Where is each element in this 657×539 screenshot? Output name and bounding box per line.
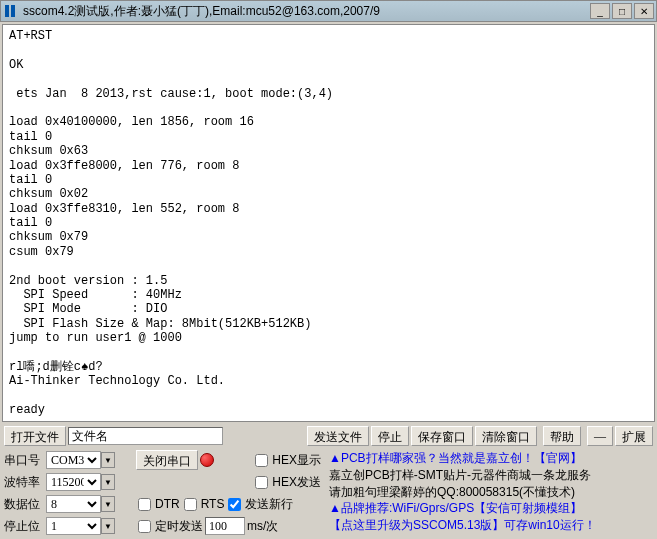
- dash-button[interactable]: —: [587, 426, 613, 446]
- port-status-indicator: [200, 453, 214, 467]
- interval-unit-label: ms/次: [247, 518, 278, 535]
- stop-button[interactable]: 停止: [371, 426, 409, 446]
- info-panel: ▲PCB打样哪家强？当然就是嘉立创！【官网】 嘉立创PCB打样-SMT贴片-元器…: [325, 450, 653, 539]
- databits-label: 数据位: [4, 496, 46, 513]
- open-file-button[interactable]: 打开文件: [4, 426, 66, 446]
- hex-show-label: HEX显示: [272, 452, 321, 469]
- send-newline-checkbox[interactable]: [228, 498, 241, 511]
- rts-checkbox[interactable]: [184, 498, 197, 511]
- expand-button[interactable]: 扩展: [615, 426, 653, 446]
- stopbits-dropdown-icon[interactable]: ▼: [101, 518, 115, 534]
- svg-rect-1: [11, 5, 15, 17]
- help-button[interactable]: 帮助: [543, 426, 581, 446]
- filename-input[interactable]: [68, 427, 223, 445]
- minimize-button[interactable]: _: [590, 3, 610, 19]
- stopbits-label: 停止位: [4, 518, 46, 535]
- interval-input[interactable]: [205, 517, 245, 535]
- port-dropdown-icon[interactable]: ▼: [101, 452, 115, 468]
- databits-dropdown-icon[interactable]: ▼: [101, 496, 115, 512]
- hex-send-checkbox[interactable]: [255, 476, 268, 489]
- mid-config: 关闭串口 HEX显示 HEX发送 DTR RTS 发送新行 定时发送 ms/次 …: [136, 450, 321, 539]
- info-line-3: 请加粗句理梁辭婷的QQ:800058315(不懂技术): [329, 484, 649, 501]
- info-line-1[interactable]: ▲PCB打样哪家强？当然就是嘉立创！【官网】: [329, 450, 649, 467]
- titlebar: sscom4.2测试版,作者:聂小猛(丁丁),Email:mcu52@163.c…: [0, 0, 657, 22]
- timed-send-label: 定时发送: [155, 518, 203, 535]
- info-line-4[interactable]: ▲品牌推荐:WiFi/Gprs/GPS【安信可射频模组】: [329, 500, 649, 517]
- rts-label: RTS: [201, 497, 225, 511]
- app-icon: [3, 3, 19, 19]
- toolbar: 打开文件 发送文件 停止 保存窗口 清除窗口 帮助 — 扩展: [0, 424, 657, 448]
- close-port-button[interactable]: 关闭串口: [136, 450, 198, 470]
- timed-send-checkbox[interactable]: [138, 520, 151, 533]
- port-label: 串口号: [4, 452, 46, 469]
- serial-config: 串口号 COM3 ▼ 波特率 115200 ▼ 数据位 8 ▼ 停止位 1 ▼ …: [4, 450, 132, 539]
- send-newline-label: 发送新行: [245, 496, 293, 513]
- info-line-5[interactable]: 【点这里升级为SSCOM5.13版】可存win10运行！: [329, 517, 649, 534]
- stopbits-select[interactable]: 1: [46, 517, 101, 535]
- terminal-output[interactable]: AT+RST OK ets Jan 8 2013,rst cause:1, bo…: [2, 24, 655, 422]
- databits-select[interactable]: 8: [46, 495, 101, 513]
- send-file-button[interactable]: 发送文件: [307, 426, 369, 446]
- hex-show-checkbox[interactable]: [255, 454, 268, 467]
- dtr-checkbox[interactable]: [138, 498, 151, 511]
- config-area: 串口号 COM3 ▼ 波特率 115200 ▼ 数据位 8 ▼ 停止位 1 ▼ …: [0, 448, 657, 539]
- svg-rect-0: [5, 5, 9, 17]
- baud-dropdown-icon[interactable]: ▼: [101, 474, 115, 490]
- title-text: sscom4.2测试版,作者:聂小猛(丁丁),Email:mcu52@163.c…: [23, 3, 590, 20]
- clear-window-button[interactable]: 清除窗口: [475, 426, 537, 446]
- save-window-button[interactable]: 保存窗口: [411, 426, 473, 446]
- baud-label: 波特率: [4, 474, 46, 491]
- hex-send-label: HEX发送: [272, 474, 321, 491]
- port-select[interactable]: COM3: [46, 451, 101, 469]
- close-button[interactable]: ✕: [634, 3, 654, 19]
- dtr-label: DTR: [155, 497, 180, 511]
- info-line-2: 嘉立创PCB打样-SMT贴片-元器件商城一条龙服务: [329, 467, 649, 484]
- maximize-button[interactable]: □: [612, 3, 632, 19]
- baud-select[interactable]: 115200: [46, 473, 101, 491]
